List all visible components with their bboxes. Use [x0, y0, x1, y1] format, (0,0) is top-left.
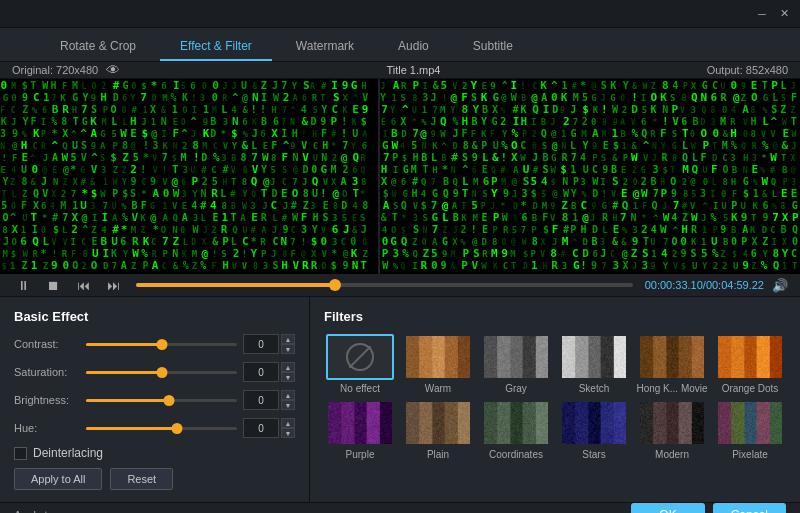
- contrast-up[interactable]: ▲: [281, 334, 295, 344]
- tab-rotate-crop[interactable]: Rotate & Crop: [40, 33, 156, 61]
- apply-all-button[interactable]: Apply to All: [14, 468, 102, 490]
- deinterlace-checkbox[interactable]: [14, 447, 27, 460]
- filters-title: Filters: [324, 309, 786, 324]
- close-button[interactable]: ✕: [776, 6, 792, 22]
- tab-watermark[interactable]: Watermark: [276, 33, 374, 61]
- filter-item-pixelate[interactable]: Pixelate: [714, 400, 786, 460]
- prev-button[interactable]: ⏮: [72, 274, 94, 296]
- filter-item-stars[interactable]: Stars: [558, 400, 630, 460]
- filter-thumb-purple: [326, 400, 394, 446]
- hue-label: Hue:: [14, 422, 86, 434]
- tab-audio[interactable]: Audio: [378, 33, 449, 61]
- apply-to-label: Apply to: [14, 509, 54, 513]
- filters-grid: No effectWarmGraySketchHong K... MovieOr…: [324, 334, 786, 460]
- next-button[interactable]: ⏭: [102, 274, 124, 296]
- progress-fill: [136, 283, 335, 287]
- contrast-row: Contrast: 0 ▲ ▼: [14, 334, 295, 354]
- hue-slider[interactable]: [86, 421, 237, 435]
- filter-item-orangedots[interactable]: Orange Dots: [714, 334, 786, 394]
- filter-label-warm: Warm: [425, 383, 451, 394]
- filter-item-plain[interactable]: Plain: [402, 400, 474, 460]
- filter-label-stars: Stars: [582, 449, 605, 460]
- filter-item-purple[interactable]: Purple: [324, 400, 396, 460]
- filter-thumb-pixelate: [716, 400, 784, 446]
- brightness-label: Brightness:: [14, 394, 86, 406]
- footer: Apply to OK Cancel: [0, 502, 800, 513]
- deinterlace-row: Deinterlacing: [14, 446, 295, 460]
- basic-effect-title: Basic Effect: [14, 309, 295, 324]
- time-current: 00:00:33.10: [645, 279, 703, 291]
- volume-icon[interactable]: 🔊: [772, 278, 788, 293]
- ok-button[interactable]: OK: [631, 503, 704, 513]
- filter-label-coordinates: Coordinates: [489, 449, 543, 460]
- filter-label-plain: Plain: [427, 449, 449, 460]
- saturation-row: Saturation: 0 ▲ ▼: [14, 362, 295, 382]
- contrast-value: 0: [243, 334, 279, 354]
- hue-spinner[interactable]: ▲ ▼: [281, 418, 295, 438]
- tab-subtitle[interactable]: Subtitle: [453, 33, 533, 61]
- progress-track[interactable]: [136, 283, 633, 287]
- bottom-panel: Basic Effect Contrast: 0 ▲ ▼ Saturation:: [0, 297, 800, 502]
- brightness-down[interactable]: ▼: [281, 400, 295, 410]
- stop-button[interactable]: ⏹: [42, 274, 64, 296]
- filter-label-hongkong: Hong K... Movie: [636, 383, 707, 394]
- filter-item-none[interactable]: No effect: [324, 334, 396, 394]
- filter-thumb-none: [326, 334, 394, 380]
- progress-thumb[interactable]: [329, 279, 341, 291]
- hue-up[interactable]: ▲: [281, 418, 295, 428]
- filter-item-gray[interactable]: Gray: [480, 334, 552, 394]
- brightness-value: 0: [243, 390, 279, 410]
- filter-label-pixelate: Pixelate: [732, 449, 768, 460]
- filter-label-modern: Modern: [655, 449, 689, 460]
- time-display: 00:00:33.10/00:04:59.22: [645, 279, 764, 291]
- title-bar: ─ ✕: [0, 0, 800, 28]
- main-content: Original: 720x480 👁 Title 1.mp4 Output: …: [0, 62, 800, 513]
- filter-thumb-orangedots: [716, 334, 784, 380]
- original-resolution: Original: 720x480: [12, 64, 98, 76]
- preview-original: [0, 79, 380, 274]
- hue-row: Hue: 0 ▲ ▼: [14, 418, 295, 438]
- filter-thumb-stars: [560, 400, 628, 446]
- filter-thumb-gray: [482, 334, 550, 380]
- filter-item-hongkong[interactable]: Hong K... Movie: [636, 334, 708, 394]
- footer-buttons: OK Cancel: [631, 503, 786, 513]
- filter-thumb-warm: [404, 334, 472, 380]
- contrast-down[interactable]: ▼: [281, 344, 295, 354]
- filter-thumb-modern: [638, 400, 706, 446]
- brightness-up[interactable]: ▲: [281, 390, 295, 400]
- saturation-slider[interactable]: [86, 365, 237, 379]
- filter-item-sketch[interactable]: Sketch: [558, 334, 630, 394]
- minimize-button[interactable]: ─: [754, 6, 770, 22]
- filter-item-warm[interactable]: Warm: [402, 334, 474, 394]
- saturation-down[interactable]: ▼: [281, 372, 295, 382]
- filter-thumb-plain: [404, 400, 472, 446]
- filter-item-coordinates[interactable]: Coordinates: [480, 400, 552, 460]
- hue-value: 0: [243, 418, 279, 438]
- filter-label-gray: Gray: [505, 383, 527, 394]
- cancel-button[interactable]: Cancel: [713, 503, 786, 513]
- reset-button[interactable]: Reset: [110, 468, 173, 490]
- filter-thumb-hongkong: [638, 334, 706, 380]
- saturation-spinner[interactable]: ▲ ▼: [281, 362, 295, 382]
- brightness-slider[interactable]: [86, 393, 237, 407]
- pause-button[interactable]: ⏸: [12, 274, 34, 296]
- tab-bar: Rotate & Crop Effect & Filter Watermark …: [0, 28, 800, 62]
- contrast-spinner[interactable]: ▲ ▼: [281, 334, 295, 354]
- contrast-slider[interactable]: [86, 337, 237, 351]
- time-total: 00:04:59.22: [706, 279, 764, 291]
- visibility-icon[interactable]: 👁: [106, 62, 120, 78]
- deinterlace-label: Deinterlacing: [33, 446, 103, 460]
- saturation-up[interactable]: ▲: [281, 362, 295, 372]
- saturation-value: 0: [243, 362, 279, 382]
- brightness-spinner[interactable]: ▲ ▼: [281, 390, 295, 410]
- tab-effect-filter[interactable]: Effect & Filter: [160, 33, 272, 61]
- contrast-label: Contrast:: [14, 338, 86, 350]
- output-video-canvas: [380, 79, 800, 274]
- hue-down[interactable]: ▼: [281, 428, 295, 438]
- filter-item-modern[interactable]: Modern: [636, 400, 708, 460]
- preview-output: [380, 79, 800, 274]
- preview-area: [0, 79, 800, 274]
- brightness-row: Brightness: 0 ▲ ▼: [14, 390, 295, 410]
- controls-bar: ⏸ ⏹ ⏮ ⏭ 00:00:33.10/00:04:59.22 🔊: [0, 274, 800, 297]
- filter-label-orangedots: Orange Dots: [722, 383, 779, 394]
